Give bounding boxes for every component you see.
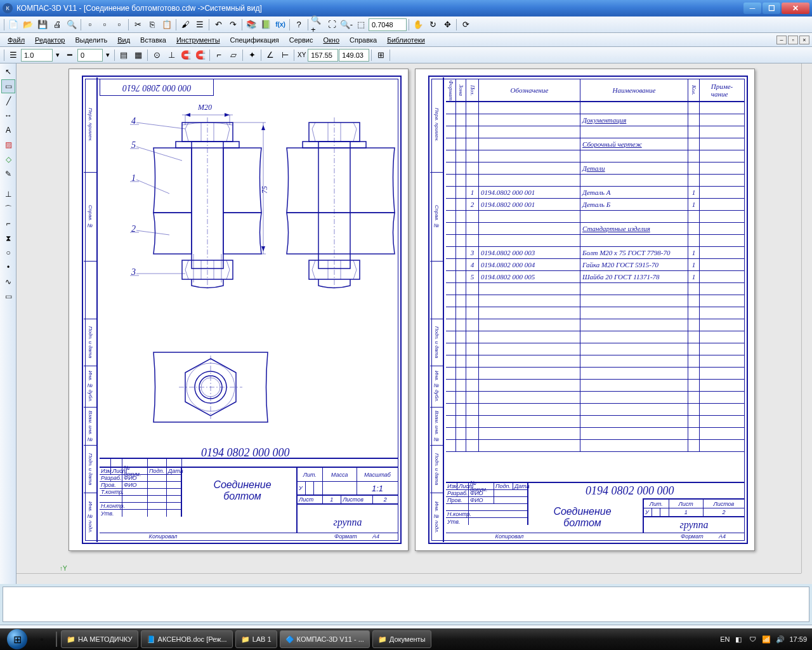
redo-button[interactable]: ↷ <box>226 18 240 32</box>
menu-select[interactable]: Выделить <box>70 35 112 45</box>
cut-button[interactable]: ✂ <box>131 18 145 32</box>
arrow-tool[interactable]: ↖ <box>1 65 15 79</box>
constrain-tool[interactable]: ⊥ <box>1 187 15 201</box>
menu-window[interactable]: Окно <box>318 35 344 45</box>
horizontal-scrollbar[interactable] <box>16 573 801 584</box>
paste-button[interactable]: 📋 <box>160 18 174 32</box>
angle-icon[interactable]: ∠ <box>263 48 277 62</box>
fx-button[interactable]: f(x) <box>273 18 287 32</box>
taskbar-item[interactable]: 📁НА МЕТОДИЧКУ <box>61 630 138 648</box>
ortho-icon[interactable]: ⊥ <box>164 48 178 62</box>
select-tool[interactable]: ▭ <box>1 79 15 93</box>
preview-button[interactable]: 🔍 <box>65 18 79 32</box>
taskbar-item[interactable]: 🔷КОМПАС-3D V11 - ... <box>280 630 370 648</box>
shape-tool[interactable]: ◇ <box>1 152 15 166</box>
style-icon[interactable]: ☰ <box>6 48 20 62</box>
refresh-button[interactable]: ⟳ <box>459 18 473 32</box>
menu-view[interactable]: Вид <box>112 35 135 45</box>
val1-input[interactable] <box>21 49 53 62</box>
save-button[interactable]: 💾 <box>36 18 49 32</box>
ucs2-tool[interactable]: ⌐ <box>1 216 15 230</box>
mdi-minimize[interactable]: – <box>776 36 787 44</box>
val2-input[interactable] <box>77 49 103 62</box>
rect-tool[interactable]: ▭ <box>1 289 15 303</box>
ucs-icon[interactable]: ⌐ <box>212 48 226 62</box>
layer-icon[interactable]: ▤ <box>117 48 131 62</box>
volume-icon[interactable]: 🔊 <box>775 634 785 644</box>
hatch-tool[interactable]: ▨ <box>1 138 15 152</box>
arc-tool[interactable]: ⌒ <box>1 202 15 216</box>
start-button[interactable]: ⊞ <box>0 628 34 650</box>
window-title: КОМПАС-3D V11 - [Соединение болтомготово… <box>16 4 743 13</box>
maximize-button[interactable]: ☐ <box>763 3 780 14</box>
zoom-fit-button[interactable]: ⛶ <box>325 18 339 32</box>
mdi-close[interactable]: × <box>799 36 809 44</box>
coord-x-input[interactable] <box>308 49 338 62</box>
mdi-restore[interactable]: ▫ <box>788 36 798 44</box>
zoom-area-button[interactable]: ⬚ <box>354 18 368 32</box>
magnet2-icon[interactable]: 🧲 <box>193 48 207 62</box>
drawing-sheet-1: Перв. примен. Справ. № Подп. и дата Инв.… <box>69 69 409 551</box>
zoom-input[interactable] <box>369 18 407 31</box>
edit-tool[interactable]: ✎ <box>1 167 15 181</box>
zoom-in-button[interactable]: 🔍+ <box>310 18 324 32</box>
lib2-icon[interactable]: 📗 <box>259 18 273 32</box>
tray-icon[interactable]: 📶 <box>761 634 771 644</box>
plane-icon[interactable]: ▱ <box>226 48 240 62</box>
text-tool[interactable]: A <box>1 123 15 137</box>
tray-icon[interactable]: ◧ <box>733 634 743 644</box>
doc1-icon[interactable]: ▫ <box>83 18 97 32</box>
minimize-button[interactable]: ─ <box>743 3 761 14</box>
csys-icon[interactable]: ✦ <box>245 48 259 62</box>
menu-service[interactable]: Сервис <box>284 35 318 45</box>
canvas-area[interactable]: Перв. примен. Справ. № Подп. и дата Инв.… <box>16 63 812 584</box>
new-button[interactable]: 📄 <box>6 18 20 32</box>
lib1-icon[interactable]: 📚 <box>244 18 258 32</box>
toolbar-file: 📄 📂 💾 🖨 🔍 ▫ ▫ ▫ ✂ ⎘ 📋 🖌 ☰ ↶ ↷ 📚 📗 f(x) ?… <box>0 17 812 33</box>
menu-libraries[interactable]: Библиотеки <box>382 35 430 45</box>
taskbar-item[interactable]: 📘АКСЕНОВ.doc [Реж... <box>141 630 233 648</box>
properties-icon[interactable]: ☰ <box>193 18 207 32</box>
zoom-out-button[interactable]: 🔍- <box>339 18 353 32</box>
grid2-icon[interactable]: ⊞ <box>374 48 388 62</box>
grid-icon[interactable]: ▦ <box>131 48 145 62</box>
copy-button[interactable]: ⎘ <box>145 18 159 32</box>
help-button[interactable]: ? <box>292 18 306 32</box>
point-tool[interactable]: • <box>1 260 15 274</box>
perpend-icon[interactable]: ⊢ <box>278 48 292 62</box>
menu-spec[interactable]: Спецификация <box>225 35 284 45</box>
line-icon[interactable]: ━ <box>63 48 77 62</box>
rotate-button[interactable]: ↻ <box>426 18 440 32</box>
vertical-scrollbar[interactable] <box>801 63 812 573</box>
menu-tools[interactable]: Инструменты <box>171 35 225 45</box>
move-button[interactable]: ✥ <box>440 18 454 32</box>
menu-insert[interactable]: Вставка <box>135 35 171 45</box>
pan-button[interactable]: ✋ <box>411 18 425 32</box>
doc3-icon[interactable]: ▫ <box>112 18 126 32</box>
tray-icon[interactable]: 🛡 <box>747 634 757 644</box>
dim-tool[interactable]: ↔ <box>1 109 15 123</box>
menu-editor[interactable]: Редактор <box>30 35 70 45</box>
print-button[interactable]: 🖨 <box>50 18 64 32</box>
quicklaunch-icon[interactable]: ▫ <box>37 634 47 644</box>
open-button[interactable]: 📂 <box>21 18 35 32</box>
mirror-tool[interactable]: ⧗ <box>1 231 15 245</box>
undo-button[interactable]: ↶ <box>211 18 225 32</box>
spline-tool[interactable]: ∿ <box>1 275 15 289</box>
magnet-icon[interactable]: 🧲 <box>179 48 193 62</box>
doc2-icon[interactable]: ▫ <box>98 18 112 32</box>
circle-tool[interactable]: ○ <box>1 246 15 260</box>
properties-panel[interactable] <box>3 587 809 622</box>
coord-y-input[interactable] <box>339 49 369 62</box>
menu-help[interactable]: Справка <box>344 35 382 45</box>
system-tray: EN ◧ 🛡 📶 🔊 17:59 <box>715 634 812 644</box>
brush-icon[interactable]: 🖌 <box>178 18 192 32</box>
clock[interactable]: 17:59 <box>789 635 807 643</box>
line-tool[interactable]: ╱ <box>1 94 15 108</box>
lang-indicator[interactable]: EN <box>720 635 730 643</box>
close-button[interactable]: ✕ <box>782 3 809 14</box>
taskbar-item[interactable]: 📁LAB 1 <box>235 630 277 648</box>
snap-icon[interactable]: ⊙ <box>150 48 164 62</box>
menu-file[interactable]: Файл <box>3 35 30 45</box>
taskbar-item[interactable]: 📁Документы <box>372 630 431 648</box>
